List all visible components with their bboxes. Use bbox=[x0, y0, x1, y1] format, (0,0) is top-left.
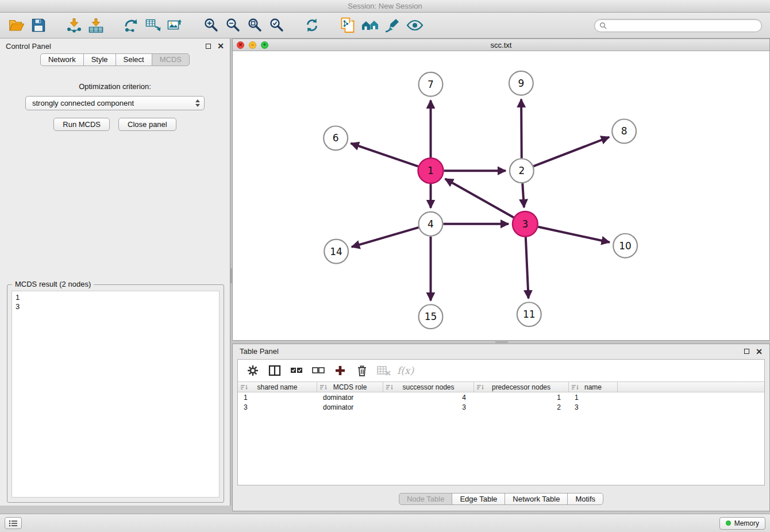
column-header-name[interactable]: name bbox=[569, 382, 618, 392]
show-hide-button[interactable] bbox=[403, 15, 426, 36]
control-panel: Control Panel ✕ NetworkStyleSelectMCDS O… bbox=[0, 38, 230, 506]
graph-edge-2-9[interactable] bbox=[521, 99, 522, 159]
table-row[interactable]: 3dominator323 bbox=[238, 402, 764, 412]
graph-node-4[interactable]: 4 bbox=[419, 212, 443, 236]
close-window-icon[interactable]: ✕ bbox=[237, 41, 244, 49]
table-settings-button[interactable] bbox=[244, 363, 261, 379]
column-header-predecessor-nodes[interactable]: predecessor nodes bbox=[474, 382, 569, 392]
graph-node-11[interactable]: 11 bbox=[517, 302, 541, 326]
svg-text:2: 2 bbox=[518, 165, 525, 176]
graph-node-8[interactable]: 8 bbox=[612, 119, 636, 144]
graph-edge-3-1[interactable] bbox=[445, 179, 514, 217]
close-panel-icon[interactable]: ✕ bbox=[756, 349, 763, 354]
graph-node-10[interactable]: 10 bbox=[613, 234, 637, 258]
plus-icon bbox=[333, 364, 347, 377]
trash-icon bbox=[355, 364, 369, 377]
column-header-successor-nodes[interactable]: successor nodes bbox=[383, 382, 474, 392]
graph-edge-2-8[interactable] bbox=[533, 137, 609, 167]
float-panel-icon[interactable] bbox=[744, 349, 749, 354]
clone-network-button[interactable] bbox=[121, 15, 143, 36]
run-mcds-button[interactable]: Run MCDS bbox=[53, 118, 110, 131]
optimization-criterion-label: Optimization criterion: bbox=[0, 82, 230, 91]
select-all-button[interactable] bbox=[287, 363, 305, 379]
graph-node-2[interactable]: 2 bbox=[510, 159, 534, 183]
svg-text:11: 11 bbox=[523, 309, 536, 320]
graph-node-3[interactable]: 3 bbox=[513, 211, 538, 237]
graph-node-14[interactable]: 14 bbox=[324, 240, 348, 264]
graph-node-1[interactable]: 1 bbox=[418, 158, 444, 183]
zoom-in-button[interactable] bbox=[200, 15, 222, 36]
tab-network-table[interactable]: Network Table bbox=[505, 493, 568, 505]
tab-motifs[interactable]: Motifs bbox=[567, 493, 603, 505]
import-table-button[interactable] bbox=[85, 15, 107, 36]
close-panel-button[interactable]: Close panel bbox=[118, 118, 176, 131]
close-panel-icon[interactable]: ✕ bbox=[217, 43, 224, 49]
show-columns-button[interactable] bbox=[265, 363, 283, 379]
zoom-out-button[interactable] bbox=[222, 15, 244, 36]
column-header-mcds-role[interactable]: MCDS role bbox=[317, 382, 383, 392]
network-from-table-button[interactable] bbox=[143, 15, 164, 36]
search-input[interactable] bbox=[610, 21, 757, 29]
delete-table-button[interactable] bbox=[375, 363, 392, 379]
save-session-button[interactable] bbox=[28, 15, 49, 36]
graph-edge-3-11[interactable] bbox=[526, 237, 529, 299]
mcds-result-list[interactable]: 13 bbox=[11, 291, 220, 498]
column-header-label: predecessor nodes bbox=[492, 383, 550, 391]
search-box[interactable] bbox=[594, 19, 762, 32]
task-history-button[interactable] bbox=[5, 517, 22, 529]
zoom-fit-button[interactable] bbox=[244, 15, 265, 36]
zoom-selected-icon bbox=[268, 17, 284, 33]
import-table-icon bbox=[87, 17, 105, 33]
tab-network[interactable]: Network bbox=[40, 53, 84, 66]
graph-edge-4-14[interactable] bbox=[352, 228, 419, 247]
paint-style-icon bbox=[384, 17, 401, 33]
graph-node-7[interactable]: 7 bbox=[419, 72, 443, 97]
import-network-button[interactable] bbox=[63, 15, 85, 36]
float-panel-icon[interactable] bbox=[206, 44, 211, 49]
open-folder-button[interactable] bbox=[6, 15, 28, 36]
graph-node-9[interactable]: 9 bbox=[509, 71, 533, 95]
add-column-button[interactable] bbox=[331, 363, 349, 379]
function-builder-button[interactable]: f(x) bbox=[396, 363, 414, 379]
minimize-window-icon[interactable]: − bbox=[249, 41, 256, 49]
deselect-all-button[interactable] bbox=[309, 363, 327, 379]
criterion-dropdown[interactable]: strongly connected component bbox=[25, 96, 205, 110]
graph-edge-3-10[interactable] bbox=[538, 227, 610, 242]
graph-node-6[interactable]: 6 bbox=[324, 126, 348, 150]
network-from-table-icon bbox=[145, 17, 162, 33]
graph-edge-1-6[interactable] bbox=[351, 143, 418, 166]
table-cell: 1 bbox=[569, 392, 618, 402]
column-header-shared-name[interactable]: shared name bbox=[238, 382, 317, 392]
list-icon bbox=[9, 520, 18, 527]
zoom-selected-button[interactable] bbox=[265, 15, 287, 36]
tab-style[interactable]: Style bbox=[83, 53, 116, 66]
first-neighbors-button[interactable] bbox=[359, 15, 382, 36]
network-window-titlebar: scc.txt ✕ − + bbox=[233, 39, 769, 51]
zoom-in-icon bbox=[203, 17, 219, 33]
criterion-dropdown-value: strongly connected component bbox=[32, 99, 134, 107]
network-canvas[interactable]: 7968124310141511 bbox=[233, 51, 769, 340]
tab-node-table[interactable]: Node Table bbox=[399, 493, 453, 505]
table-rows: 1dominator4113dominator323 bbox=[238, 392, 764, 412]
window-titlebar: Session: New Session bbox=[0, 0, 770, 13]
delete-column-button[interactable] bbox=[353, 363, 371, 379]
zoom-window-icon[interactable]: + bbox=[261, 41, 268, 49]
memory-label: Memory bbox=[734, 519, 759, 527]
copy-view-button[interactable] bbox=[337, 15, 359, 36]
tab-edge-table[interactable]: Edge Table bbox=[452, 493, 505, 505]
table-cell: 3 bbox=[569, 402, 618, 412]
svg-text:14: 14 bbox=[330, 246, 342, 257]
paint-style-button[interactable] bbox=[382, 15, 403, 36]
network-graph[interactable]: 7968124310141511 bbox=[233, 51, 769, 340]
mcds-panel: Optimization criterion: strongly connect… bbox=[0, 68, 230, 506]
select-all-checkboxes-icon bbox=[290, 364, 303, 377]
graph-node-15[interactable]: 15 bbox=[419, 304, 443, 329]
memory-button[interactable]: Memory bbox=[719, 517, 765, 530]
svg-text:15: 15 bbox=[425, 311, 437, 322]
tab-select[interactable]: Select bbox=[116, 53, 152, 66]
tab-mcds[interactable]: MCDS bbox=[152, 53, 190, 66]
table-row[interactable]: 1dominator411 bbox=[238, 392, 764, 402]
graph-edge-2-3[interactable] bbox=[522, 183, 524, 207]
export-image-button[interactable] bbox=[164, 15, 186, 36]
refresh-button[interactable] bbox=[301, 15, 323, 36]
